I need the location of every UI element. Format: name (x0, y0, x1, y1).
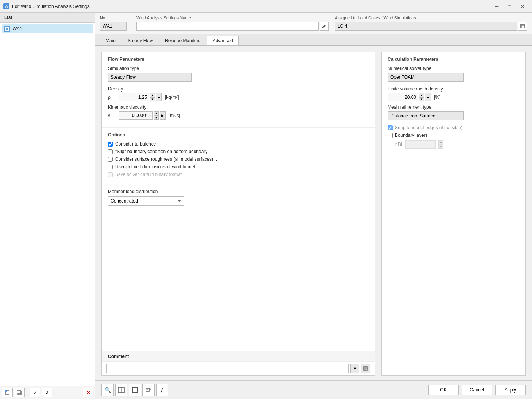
sidebar-item-wa1[interactable]: WA1 (2, 24, 93, 33)
maximize-button[interactable]: □ (504, 2, 516, 11)
assigned-input[interactable] (335, 22, 517, 31)
wa1-icon (4, 26, 10, 32)
binary-label: Save solver data in binary format (115, 172, 182, 177)
sidebar: List WA1 ✓ ✗ ✕ (0, 13, 95, 399)
snap-label: Snap to model edges (if possible) (395, 125, 462, 130)
copy-icon (17, 390, 22, 395)
calc-panel-scroll: Calculation Parameters Numerical solver … (382, 52, 525, 214)
nbl-input (405, 140, 436, 149)
binary-checkbox (108, 172, 113, 177)
close-button[interactable]: ✕ (516, 2, 529, 11)
tab-residue-monitors[interactable]: Residue Monitors (159, 36, 206, 45)
boundary-row: Boundary layers (388, 133, 519, 138)
kinematic-increment-button[interactable]: ▲ (154, 111, 159, 116)
name-edit-button[interactable] (320, 22, 329, 31)
check-button[interactable]: ✓ (30, 388, 40, 397)
mesh-density-unit: [%] (434, 95, 440, 100)
density-arrow-button[interactable]: ▶ (156, 93, 162, 101)
comment-edit-button[interactable] (361, 364, 370, 373)
comment-area: Comment ▼ (102, 351, 375, 375)
member-load-section: Member load distribution Concentrated Un… (102, 184, 375, 210)
nbl-label: nBL (395, 142, 403, 147)
roughness-label: Consider surface roughness (all model su… (115, 157, 217, 162)
comment-header: Comment (102, 352, 375, 362)
turbulence-checkbox[interactable] (108, 142, 113, 147)
assigned-edit-button[interactable] (518, 22, 527, 31)
mesh-density-label: Finite volume mesh density (388, 86, 519, 92)
ok-button[interactable]: OK (428, 385, 459, 395)
member-load-label: Member load distribution (108, 189, 369, 194)
sidebar-item-label: WA1 (13, 26, 22, 32)
mesh-density-input[interactable] (388, 93, 418, 101)
mesh-density-spinner-buttons: ▲ ▼ (419, 93, 424, 101)
solver-type-label: Numerical solver type (388, 66, 519, 71)
cancel-button[interactable]: Cancel (462, 385, 492, 395)
tag-icon (146, 387, 152, 393)
tabs-bar: Main Steady Flow Residue Monitors Advanc… (95, 34, 532, 46)
sim-type-label: Simulation type (108, 66, 369, 71)
nbl-spinner-buttons: ▲ ▼ (438, 140, 443, 149)
slip-checkbox[interactable] (108, 149, 113, 154)
kinematic-label: Kinematic viscosity (108, 104, 369, 110)
tab-advanced[interactable]: Advanced (207, 36, 238, 45)
member-load-select[interactable]: Concentrated Uniform (108, 196, 184, 206)
density-input[interactable] (119, 93, 149, 101)
density-increment-button[interactable]: ▲ (150, 93, 155, 97)
snap-checkbox[interactable] (388, 125, 393, 130)
density-unit: [kg/m³] (165, 95, 179, 100)
density-symbol: ρ (108, 95, 116, 100)
solver-type-field (388, 73, 519, 82)
checkbox-binary-row: Save solver data in binary format (108, 172, 369, 177)
boundary-label: Boundary layers (395, 133, 428, 138)
delete-button[interactable]: ✕ (83, 388, 93, 397)
mesh-refinement-label: Mesh refinement type (388, 104, 519, 110)
no-label: No. (100, 16, 130, 20)
kinematic-unit: [m²/s] (169, 113, 180, 118)
boundary-checkbox[interactable] (388, 133, 393, 138)
assigned-label: Assigned to Load Cases / Wind Simulation… (335, 16, 527, 20)
uncheck-button[interactable]: ✗ (42, 388, 52, 397)
left-panel: Flow Parameters Simulation type Density … (101, 52, 375, 376)
mesh-refinement-input (388, 111, 464, 120)
kinematic-spinner-buttons: ▲ ▼ (154, 111, 159, 120)
add-icon (5, 390, 10, 395)
header-row: No. Wind Analysis Settings Name Assigned… (95, 13, 532, 34)
no-input[interactable] (100, 22, 127, 31)
comment-dropdown-button[interactable]: ▼ (350, 364, 359, 373)
kinematic-symbol: ν (108, 113, 116, 118)
minimize-button[interactable]: ─ (491, 2, 503, 11)
tab-main[interactable]: Main (100, 36, 121, 45)
tab-steady-flow[interactable]: Steady Flow (122, 36, 158, 45)
window-title: Edit Wind Simulation Analysis Settings (12, 4, 491, 9)
left-panel-scroll: Flow Parameters Simulation type Density … (102, 52, 375, 351)
name-input[interactable] (136, 22, 319, 31)
roughness-checkbox[interactable] (108, 157, 113, 162)
kinematic-arrow-button[interactable]: ▶ (160, 111, 166, 120)
checkbox-windtunnel-row: User-defined dimensions of wind tunnel (108, 164, 369, 169)
mesh-refinement-field (388, 111, 519, 120)
nbl-decrement-button: ▼ (438, 144, 443, 149)
apply-button[interactable]: Apply (495, 385, 526, 395)
kinematic-input[interactable] (119, 111, 153, 120)
table-icon (118, 387, 125, 393)
mesh-density-arrow-button[interactable]: ▶ (425, 93, 431, 101)
svg-rect-1 (5, 390, 7, 392)
density-decrement-button[interactable]: ▼ (150, 97, 155, 101)
mesh-density-decrement-button[interactable]: ▼ (419, 97, 424, 101)
comment-input[interactable] (106, 364, 349, 373)
member-load-dropdown-container: Concentrated Uniform (108, 196, 369, 206)
name-field: Wind Analysis Settings Name (136, 16, 329, 31)
copy-item-button[interactable] (14, 388, 25, 397)
kinematic-decrement-button[interactable]: ▼ (154, 116, 159, 120)
mesh-density-increment-button[interactable]: ▲ (419, 93, 424, 97)
function-tool-button[interactable]: ƒ (156, 384, 168, 396)
table-tool-button[interactable] (115, 384, 127, 396)
rect-tool-button[interactable] (129, 384, 141, 396)
tag-tool-button[interactable] (142, 384, 155, 396)
search-tool-button[interactable]: 🔍 (101, 384, 114, 396)
add-item-button[interactable] (2, 388, 13, 397)
windtunnel-checkbox[interactable] (108, 165, 113, 169)
calc-title: Calculation Parameters (388, 57, 519, 62)
density-spinner: ▲ ▼ ▶ (119, 93, 162, 101)
options-section: Options Consider turbulence "Slip" bound… (102, 128, 375, 184)
